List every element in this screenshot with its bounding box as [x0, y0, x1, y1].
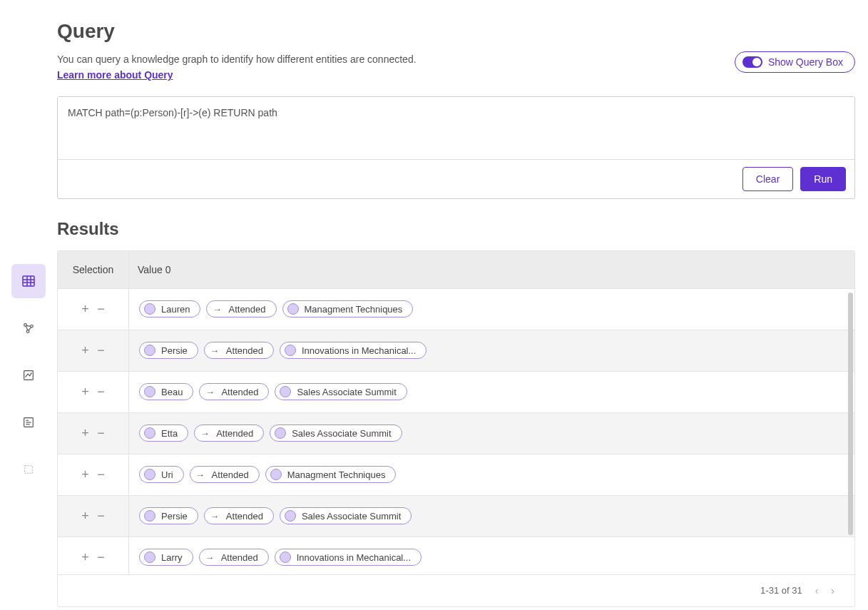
- selection-cell: +−: [58, 289, 129, 330]
- person-chip[interactable]: Persie: [139, 507, 198, 524]
- person-chip[interactable]: Etta: [139, 425, 188, 442]
- person-chip[interactable]: Beau: [139, 383, 193, 400]
- target-chip[interactable]: Sales Associate Summit: [270, 425, 402, 442]
- person-chip[interactable]: Persie: [139, 342, 198, 359]
- add-selection-icon[interactable]: +: [80, 343, 91, 358]
- arrow-right-icon: →: [204, 551, 215, 563]
- add-selection-icon[interactable]: +: [80, 467, 91, 482]
- add-selection-icon[interactable]: +: [80, 385, 91, 400]
- relation-label: Attended: [226, 345, 263, 356]
- remove-selection-icon[interactable]: −: [96, 467, 107, 482]
- person-label: Persie: [161, 511, 188, 522]
- selection-cell: +−: [58, 496, 129, 537]
- remove-selection-icon[interactable]: −: [96, 426, 107, 441]
- clear-button[interactable]: Clear: [742, 167, 793, 191]
- col-value: Value 0: [129, 251, 854, 288]
- graph-view-icon[interactable]: [11, 311, 46, 345]
- relation-chip[interactable]: →Attended: [204, 507, 274, 524]
- value-cell: Persie→AttendedInnovations in Mechanical…: [129, 333, 854, 367]
- person-chip[interactable]: Uri: [139, 466, 184, 483]
- remove-selection-icon[interactable]: −: [96, 550, 107, 565]
- relation-chip[interactable]: →Attended: [204, 342, 274, 359]
- target-label: Managment Techniques: [305, 304, 403, 315]
- selection-cell: +−: [58, 330, 129, 371]
- remove-selection-icon[interactable]: −: [96, 385, 107, 400]
- value-cell: Persie→AttendedSales Associate Summit: [129, 499, 854, 533]
- add-selection-icon[interactable]: +: [80, 426, 91, 441]
- target-label: Innovations in Mechanical...: [297, 552, 411, 563]
- next-page-icon[interactable]: ›: [831, 585, 834, 596]
- arrow-right-icon: →: [195, 469, 206, 480]
- node-icon: [287, 303, 299, 315]
- node-icon: [144, 345, 155, 356]
- query-box: Clear Run: [57, 96, 855, 199]
- remove-selection-icon[interactable]: −: [96, 509, 107, 524]
- svg-line-10: [29, 327, 31, 331]
- scrollbar[interactable]: [848, 293, 853, 535]
- relation-chip[interactable]: →Attended: [194, 425, 264, 442]
- svg-line-8: [26, 325, 31, 326]
- toggle-label: Show Query Box: [768, 56, 843, 68]
- target-chip[interactable]: Managment Techniques: [265, 466, 397, 483]
- arrow-right-icon: →: [209, 345, 220, 356]
- arrow-right-icon: →: [209, 510, 220, 522]
- results-table: Selection Value 0 +−Lauren→AttendedManag…: [57, 250, 855, 607]
- table-row: +−Uri→AttendedManagment Techniques: [58, 454, 854, 496]
- selection-cell: +−: [58, 454, 129, 495]
- pagination-range: 1-31 of 31: [760, 585, 802, 596]
- node-icon: [285, 345, 296, 356]
- person-label: Persie: [161, 345, 188, 356]
- selection-cell: +−: [58, 372, 129, 412]
- code-view-icon[interactable]: [11, 405, 46, 439]
- show-query-toggle[interactable]: Show Query Box: [735, 51, 855, 73]
- chart-view-icon[interactable]: [11, 358, 46, 392]
- node-icon: [144, 510, 155, 522]
- relation-chip[interactable]: →Attended: [199, 383, 269, 400]
- subtitle-text: You can query a knowledge graph to ident…: [57, 51, 417, 83]
- value-cell: Larry→AttendedInnovations in Mechanical.…: [129, 540, 854, 574]
- target-chip[interactable]: Managment Techniques: [282, 300, 414, 317]
- table-row: +−Etta→AttendedSales Associate Summit: [58, 413, 854, 454]
- person-chip[interactable]: Larry: [139, 549, 193, 566]
- target-label: Managment Techniques: [287, 469, 386, 480]
- page-title: Query: [57, 20, 855, 43]
- table-row: +−Beau→AttendedSales Associate Summit: [58, 372, 854, 413]
- table-row: +−Lauren→AttendedManagment Techniques: [58, 289, 854, 330]
- add-selection-icon[interactable]: +: [80, 509, 91, 524]
- toggle-switch-icon: [742, 56, 762, 68]
- relation-chip[interactable]: →Attended: [199, 549, 269, 566]
- svg-rect-11: [24, 371, 34, 380]
- target-chip[interactable]: Innovations in Mechanical...: [280, 342, 427, 359]
- relation-label: Attended: [212, 469, 249, 480]
- target-chip[interactable]: Innovations in Mechanical...: [275, 549, 422, 566]
- person-label: Beau: [161, 387, 183, 397]
- value-cell: Beau→AttendedSales Associate Summit: [129, 375, 854, 409]
- table-view-icon[interactable]: [11, 264, 46, 298]
- target-label: Innovations in Mechanical...: [302, 345, 416, 356]
- person-label: Etta: [161, 428, 178, 439]
- remove-selection-icon[interactable]: −: [96, 302, 107, 317]
- node-icon: [144, 551, 155, 563]
- target-label: Sales Associate Summit: [302, 511, 401, 522]
- target-label: Sales Associate Summit: [292, 428, 391, 439]
- run-button[interactable]: Run: [800, 167, 846, 191]
- add-selection-icon[interactable]: +: [80, 302, 91, 317]
- col-selection: Selection: [58, 251, 129, 288]
- node-icon: [280, 551, 291, 563]
- add-selection-icon[interactable]: +: [80, 550, 91, 565]
- person-chip[interactable]: Lauren: [139, 300, 200, 317]
- learn-more-link[interactable]: Learn more about Query: [57, 69, 173, 81]
- prev-page-icon[interactable]: ‹: [815, 585, 819, 596]
- person-label: Larry: [161, 552, 183, 563]
- target-chip[interactable]: Sales Associate Summit: [275, 383, 407, 400]
- arrow-right-icon: →: [199, 427, 210, 439]
- relation-chip[interactable]: →Attended: [206, 300, 276, 317]
- arrow-right-icon: →: [211, 303, 223, 315]
- remove-selection-icon[interactable]: −: [96, 343, 107, 358]
- svg-rect-0: [23, 276, 34, 286]
- query-actions: Clear Run: [58, 160, 854, 198]
- query-input[interactable]: [58, 97, 854, 160]
- target-chip[interactable]: Sales Associate Summit: [280, 507, 412, 524]
- export-view-icon[interactable]: [11, 452, 46, 487]
- relation-chip[interactable]: →Attended: [190, 466, 260, 483]
